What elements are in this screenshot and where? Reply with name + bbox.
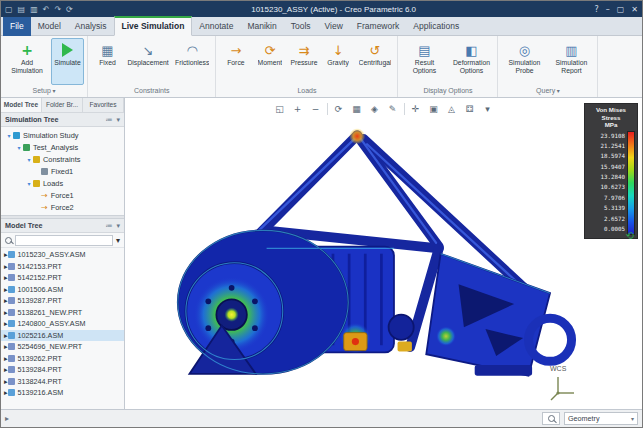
selection-filter-value: Geometry: [568, 414, 631, 423]
simulation-tree-header: Simulation Tree ≔ ▾: [1, 113, 124, 127]
tab-annotate[interactable]: Annotate: [192, 18, 240, 35]
simulation-probe-button[interactable]: ◎ Simulation Probe: [501, 38, 547, 85]
model-tree-row-selected[interactable]: ▸1025216.ASM: [1, 330, 124, 342]
view-manager-icon[interactable]: ▣: [426, 101, 442, 116]
regenerate-icon[interactable]: ⟳: [66, 5, 73, 14]
selection-status-icon: ▸: [5, 414, 9, 423]
tab-view[interactable]: View: [318, 18, 350, 35]
frictionless-button[interactable]: ◠ Frictionless: [172, 38, 212, 85]
display-options-icon[interactable]: ▾: [480, 101, 496, 116]
tab-model-tree[interactable]: Model Tree: [1, 98, 42, 112]
model-tree-row[interactable]: ▸5142153.PRT: [1, 261, 124, 273]
window-controls: ? – ▢ ✕: [594, 5, 638, 14]
search-tool-button[interactable]: [542, 412, 560, 425]
spin-center-icon[interactable]: ✛: [408, 101, 424, 116]
deformation-options-icon: ◧: [465, 43, 477, 58]
simulate-button[interactable]: Simulate: [51, 38, 84, 85]
chevron-down-icon[interactable]: ▾: [15, 144, 23, 151]
help-icon[interactable]: ?: [594, 5, 598, 14]
toolbar-separator: [327, 103, 328, 115]
chevron-down-icon[interactable]: ▾: [5, 132, 13, 139]
simulation-tree-title: Simulation Tree: [5, 115, 101, 124]
refit-icon[interactable]: ◱: [272, 101, 288, 116]
pressure-button[interactable]: ⇉ Pressure: [287, 38, 320, 85]
fixed-button[interactable]: ▦ Fixed: [91, 38, 124, 85]
tab-tools[interactable]: Tools: [284, 18, 318, 35]
displacement-button[interactable]: ↘ Displacement: [125, 38, 171, 85]
redo-icon[interactable]: ↷: [54, 5, 61, 14]
tab-folder-browser[interactable]: Folder Br...: [42, 98, 83, 112]
model-tree-row[interactable]: ▸5139284.PRT: [1, 364, 124, 376]
model-tree-row[interactable]: ▸1240800_ASSY.ASM: [1, 318, 124, 330]
moment-button[interactable]: ⟳ Moment: [253, 38, 286, 85]
perspective-icon[interactable]: ◬: [444, 101, 460, 116]
tree-item-force1[interactable]: → Force1: [1, 189, 124, 201]
simulate-icon: [62, 43, 73, 57]
tab-manikin[interactable]: Manikin: [240, 18, 283, 35]
tab-framework[interactable]: Framework: [350, 18, 407, 35]
capture-icon[interactable]: ⚃: [462, 101, 478, 116]
tree-item-simulation-study[interactable]: ▾ Simulation Study: [1, 129, 124, 141]
zoom-out-icon[interactable]: −: [308, 101, 324, 116]
chevron-down-icon[interactable]: ▾: [25, 156, 33, 163]
shading-style-icon[interactable]: ▦: [349, 101, 365, 116]
add-simulation-button[interactable]: + Add Simulation: [4, 38, 50, 85]
legend-refresh-icon[interactable]: ⟲: [626, 230, 634, 241]
model-tree-row[interactable]: ▸1001506.ASM: [1, 284, 124, 296]
tree-item-test-analysis[interactable]: ▾ Test_Analysis: [1, 141, 124, 153]
zoom-in-icon[interactable]: +: [290, 101, 306, 116]
legend-values: 23.9108 21.2541 18.5974 15.9407 13.2840 …: [587, 131, 625, 235]
tree-settings-icon[interactable]: ▾: [116, 222, 120, 230]
tree-item-constraints[interactable]: ▾ Constraints: [1, 153, 124, 165]
deformation-options-button[interactable]: ◧ Deformation Options: [448, 38, 494, 85]
model-tree-row[interactable]: ▸5139216.ASM: [1, 387, 124, 399]
tree-filter-icon[interactable]: ≔: [105, 222, 112, 230]
add-simulation-icon: +: [21, 42, 33, 58]
selection-filter-dropdown[interactable]: Geometry ▾: [564, 412, 638, 425]
ribbon: + Add Simulation Simulate Setup ▦ Fixed …: [1, 36, 642, 98]
group-label-setup[interactable]: Setup: [1, 85, 87, 97]
save-icon[interactable]: ▥: [30, 5, 38, 14]
tree-item-fixed1[interactable]: Fixed1: [1, 165, 124, 177]
model-tree-row[interactable]: ▸3138244.PRT: [1, 376, 124, 388]
minimize-icon[interactable]: –: [606, 5, 610, 14]
model-tree-row[interactable]: ▸5142152.PRT: [1, 272, 124, 284]
annotations-icon[interactable]: ✎: [385, 101, 401, 116]
chevron-down-icon[interactable]: ▾: [25, 180, 33, 187]
model-tree-row[interactable]: ▸1015230_ASSY.ASM: [1, 249, 124, 261]
model-3d-view[interactable]: [127, 112, 582, 408]
model-tree-search-input[interactable]: [15, 235, 113, 246]
tab-file[interactable]: File: [3, 17, 31, 36]
gravity-button[interactable]: ↓ Gravity: [322, 38, 355, 85]
graphics-area[interactable]: ◱ + − ⟳ ▦ ◈ ✎ ✛ ▣ ◬ ⚃ ▾: [125, 98, 642, 409]
tree-item-force2[interactable]: → Force2: [1, 201, 124, 213]
centrifugal-button[interactable]: ↺ Centrifugal: [356, 38, 395, 85]
force-button[interactable]: → Force: [219, 38, 252, 85]
maximize-icon[interactable]: ▢: [617, 5, 625, 14]
chevron-down-icon[interactable]: ▾: [116, 236, 120, 245]
undo-icon[interactable]: ↶: [43, 5, 50, 14]
legend-colorbar: [627, 131, 635, 235]
model-tree-row[interactable]: ▸5139287.PRT: [1, 295, 124, 307]
group-label-query[interactable]: Query: [498, 85, 597, 97]
study-icon: [13, 132, 20, 139]
status-bar: ▸ Geometry ▾: [1, 409, 642, 427]
model-tree-row[interactable]: ▸5138261_NEW.PRT: [1, 307, 124, 319]
tab-analysis[interactable]: Analysis: [68, 18, 114, 35]
repaint-icon[interactable]: ⟳: [331, 101, 347, 116]
model-tree-row[interactable]: ▸5254696_NEW.PRT: [1, 341, 124, 353]
tab-model[interactable]: Model: [31, 18, 68, 35]
simulation-report-button[interactable]: ▥ Simulation Report: [548, 38, 594, 85]
close-icon[interactable]: ✕: [631, 5, 638, 14]
tree-item-loads[interactable]: ▾ Loads: [1, 177, 124, 189]
tree-filter-icon[interactable]: ≔: [105, 116, 112, 124]
new-file-icon[interactable]: ▢: [5, 5, 13, 14]
result-options-button[interactable]: ▤ Result Options: [401, 38, 447, 85]
tree-settings-icon[interactable]: ▾: [116, 116, 120, 124]
tab-applications[interactable]: Applications: [406, 18, 466, 35]
tab-live-simulation[interactable]: Live Simulation: [114, 16, 193, 36]
model-tree-row[interactable]: ▸5139262.PRT: [1, 353, 124, 365]
datum-display-icon[interactable]: ◈: [367, 101, 383, 116]
tab-favorites[interactable]: Favorites: [83, 98, 124, 112]
open-file-icon[interactable]: ▤: [18, 5, 26, 14]
